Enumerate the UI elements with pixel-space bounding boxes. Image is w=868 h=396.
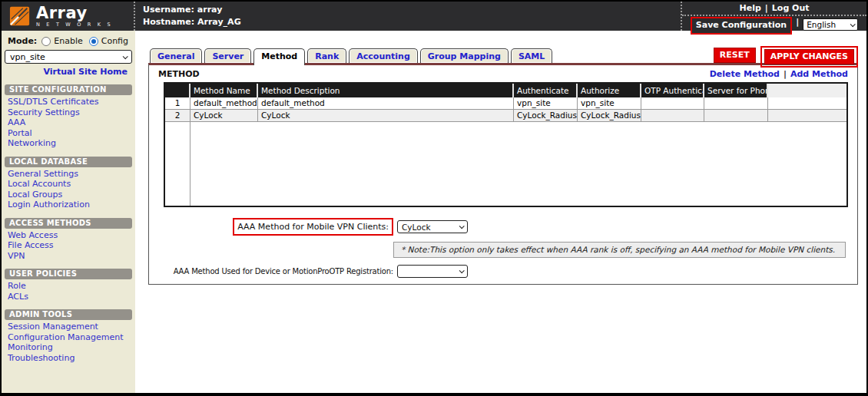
hostname-row: Hostname: Array_AG	[143, 17, 673, 27]
sidebar-item-networking[interactable]: Networking	[2, 138, 135, 149]
session-info: Username: array Hostname: Array_AG	[135, 2, 681, 31]
virtual-site-value: vpn_site	[10, 52, 45, 62]
sidebar-item-vpn[interactable]: VPN	[2, 251, 135, 262]
table-row[interactable]: 2 CyLock CyLock CyLock_Radius CyLock_Rad…	[165, 110, 846, 122]
brand-subtitle: N E T W O R K S	[36, 22, 113, 28]
link-divider: |	[784, 69, 787, 79]
sidebar-item-file-access[interactable]: File Access	[2, 240, 135, 251]
registration-method-row: AAA Method Used for Device or MotionProO…	[158, 265, 848, 278]
delete-method-link[interactable]: Delete Method	[710, 69, 780, 79]
cell-authenticate: vpn_site	[514, 97, 578, 110]
username-value: array	[197, 5, 223, 15]
tab-method[interactable]: Method	[253, 48, 305, 65]
sidebar-item-troubleshooting[interactable]: Troubleshooting	[2, 353, 135, 364]
tab-server[interactable]: Server	[204, 48, 251, 63]
sidebar: Mode: Enable Config vpn_site Virtual Sit…	[2, 31, 135, 393]
mode-enable-label[interactable]: Enable	[54, 36, 82, 46]
sidebar-item-ssl-dtls-certificates[interactable]: SSL/DTLS Certificates	[2, 97, 135, 107]
hostname-value: Array_AG	[197, 17, 241, 27]
cell-extra	[768, 97, 846, 110]
section-header-local-database: LOCAL DATABASE	[5, 157, 132, 167]
col-header-rownum	[165, 84, 190, 97]
hostname-label: Hostname:	[143, 17, 194, 27]
method-panel: METHOD Delete Method | Add Method Method…	[148, 63, 858, 285]
cell-method-name: default_method	[190, 97, 258, 110]
virtual-site-home-link[interactable]: Virtual Site Home	[2, 67, 135, 77]
table-row[interactable]: 1 default_method default_method vpn_site…	[165, 97, 846, 110]
save-configuration-link[interactable]: Save Configuration	[696, 20, 787, 30]
sidebar-item-aaa[interactable]: AAA	[2, 117, 135, 128]
sidebar-item-session-management[interactable]: Session Management	[2, 322, 135, 332]
tab-general[interactable]: General	[150, 48, 202, 63]
section-header-user-policies: USER POLICIES	[5, 269, 132, 279]
sidebar-item-role[interactable]: Role	[2, 281, 135, 292]
cell-otp	[641, 110, 704, 122]
cell-authorize: vpn_site	[578, 97, 641, 110]
mobile-vpn-method-row: AAA Method for Mobile VPN Clients: CyLoc…	[158, 218, 848, 236]
col-header-empty	[768, 84, 846, 97]
section-header-admin-tools: ADMIN TOOLS	[5, 309, 132, 320]
tab-accounting[interactable]: Accounting	[349, 48, 418, 63]
cell-authenticate: CyLock_Radius	[514, 110, 578, 122]
mobile-vpn-method-select[interactable]: CyLock	[397, 220, 468, 233]
cell-method-name: CyLock	[190, 110, 258, 122]
username-row: Username: array	[143, 5, 673, 15]
apply-changes-button[interactable]: APPLY CHANGES	[764, 49, 854, 64]
sidebar-item-login-authorization[interactable]: Login Authorization	[2, 200, 135, 210]
sidebar-item-acls[interactable]: ACLs	[2, 292, 135, 302]
tab-bar: General Server Method Rank Accounting Gr…	[148, 46, 858, 63]
language-select[interactable]: English	[803, 18, 858, 31]
brand-logo: Array N E T W O R K S	[2, 2, 135, 31]
reset-button[interactable]: RESET	[714, 48, 756, 63]
virtual-site-select[interactable]: vpn_site	[5, 50, 132, 64]
sidebar-item-security-settings[interactable]: Security Settings	[2, 107, 135, 118]
language-value: English	[807, 20, 836, 29]
cell-server-phone	[704, 97, 768, 110]
sidebar-item-web-access[interactable]: Web Access	[2, 230, 135, 241]
sidebar-item-monitoring[interactable]: Monitoring	[2, 342, 135, 353]
tab-saml[interactable]: SAML	[511, 48, 552, 63]
tab-group-mapping[interactable]: Group Mapping	[420, 48, 509, 63]
section-header-site-configuration: SITE CONFIGURATION	[5, 84, 132, 95]
col-header-method-description: Method Description	[258, 84, 514, 97]
tab-rank[interactable]: Rank	[307, 48, 346, 63]
main-content: General Server Method Rank Accounting Gr…	[135, 31, 866, 393]
chevron-down-icon	[459, 223, 465, 229]
registration-method-select[interactable]	[397, 265, 468, 278]
cell-extra	[768, 110, 846, 122]
chevron-down-icon	[459, 268, 465, 273]
table-header-row: Method Name Method Description Authentic…	[165, 84, 846, 97]
cell-rownum: 2	[165, 110, 190, 122]
chevron-down-icon	[850, 21, 856, 27]
mode-radio-enable[interactable]	[41, 37, 51, 46]
mobile-vpn-method-label: AAA Method for Mobile VPN Clients:	[237, 222, 389, 232]
note-row: * Note:This option only takes effect whe…	[393, 242, 846, 258]
save-configuration-highlight: Save Configuration	[691, 17, 792, 35]
cell-authorize: CyLock_Radius	[578, 110, 641, 122]
array-logo-icon	[9, 5, 31, 27]
mode-radio-config[interactable]	[89, 37, 98, 46]
brand-name: Array	[36, 5, 113, 21]
col-header-server-for-phone: Server for Phone...	[704, 84, 768, 97]
app-window: Array N E T W O R K S Username: array Ho…	[0, 0, 868, 396]
sidebar-item-configuration-management[interactable]: Configuration Management	[2, 332, 135, 343]
sidebar-item-portal[interactable]: Portal	[2, 128, 135, 139]
cell-rownum: 1	[165, 97, 190, 110]
sidebar-item-general-settings[interactable]: General Settings	[2, 169, 135, 180]
username-label: Username:	[143, 5, 194, 15]
section-header-access-methods: ACCESS METHODS	[5, 218, 132, 229]
col-header-authenticate: Authenticate	[514, 84, 578, 97]
logout-link[interactable]: Log Out	[772, 3, 810, 13]
panel-title: METHOD	[158, 69, 200, 79]
mode-config-label[interactable]: Config	[101, 36, 128, 46]
method-table: Method Name Method Description Authentic…	[164, 82, 848, 207]
cell-server-phone	[704, 110, 768, 122]
cell-method-description: CyLock	[258, 110, 514, 122]
sidebar-item-local-accounts[interactable]: Local Accounts	[2, 179, 135, 190]
apply-changes-highlight: APPLY CHANGES	[760, 46, 858, 68]
sidebar-item-local-groups[interactable]: Local Groups	[2, 190, 135, 200]
save-divider: |	[796, 17, 799, 27]
topbar-right-section: Help | Log Out Save Configuration | Engl…	[681, 2, 866, 31]
help-link[interactable]: Help	[739, 3, 760, 13]
add-method-link[interactable]: Add Method	[790, 69, 848, 79]
